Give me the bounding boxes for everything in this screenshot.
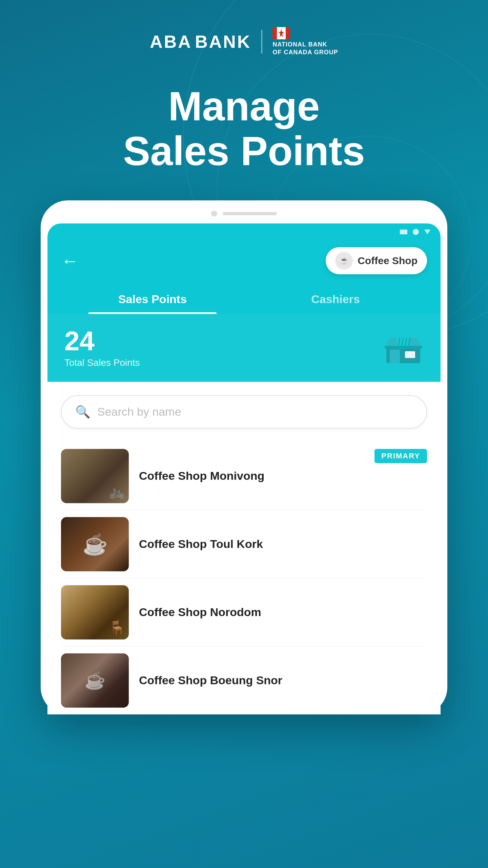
tab-sales-points[interactable]: Sales Points (61, 284, 244, 314)
back-button[interactable]: ← (61, 252, 79, 270)
battery-icon (413, 229, 419, 235)
phone-screen: ← ☕ Coffee Shop Sales Points Cashiers (47, 223, 441, 714)
item-image-norodom (61, 585, 129, 639)
item-image-boeung-snor (61, 653, 129, 708)
list-item[interactable]: Coffee Shop Monivong PRIMARY (61, 442, 427, 510)
phone-mockup: ← ☕ Coffee Shop Sales Points Cashiers (41, 200, 447, 714)
national-bank-logo: NATIONAL BANKOF CANADA GROUP (272, 27, 338, 57)
item-name-boeung-snor: Coffee Shop Boeung Snor (139, 674, 427, 687)
item-name-monivong: Coffee Shop Monivong (139, 469, 427, 482)
tabs-container: Sales Points Cashiers (61, 284, 427, 314)
sales-points-list: Coffee Shop Monivong PRIMARY Coffee Shop… (61, 442, 427, 714)
stats-info: 24 Total Sales Points (64, 328, 140, 368)
stats-card: 24 Total Sales Points (47, 314, 441, 382)
hero-title: Manage Sales Points (0, 63, 488, 200)
stats-label: Total Sales Points (64, 357, 140, 368)
svg-rect-5 (405, 351, 415, 358)
signal-icon (400, 230, 407, 234)
item-name-norodom: Coffee Shop Norodom (139, 606, 427, 619)
header: ABA'BANK NATIONAL BANKOF CANADA GROUP (0, 0, 488, 63)
content-area: 🔍 Search by name Coffee Shop Monivong PR… (47, 382, 441, 714)
red-dot: ' (192, 36, 195, 43)
store-icon (383, 331, 424, 365)
tab-cashiers[interactable]: Cashiers (244, 284, 427, 314)
item-image-monivong (61, 449, 129, 503)
logo-divider (261, 30, 262, 54)
national-bank-text: NATIONAL BANKOF CANADA GROUP (272, 41, 338, 57)
aba-logo: ABA'BANK (150, 32, 251, 52)
status-bar (47, 223, 441, 240)
canada-flag-icon (272, 27, 290, 39)
search-bar[interactable]: 🔍 Search by name (61, 395, 427, 429)
hero-title-line2: Sales Points (27, 129, 461, 173)
list-item[interactable]: Coffee Shop Norodom (61, 578, 427, 647)
app-header-top: ← ☕ Coffee Shop (61, 247, 427, 274)
svg-rect-8 (385, 346, 422, 349)
item-name-toul-kork: Coffee Shop Toul Kork (139, 537, 427, 551)
stats-number: 24 (64, 328, 140, 355)
shop-badge-name: Coffee Shop (358, 255, 418, 267)
aba-text: ABA (150, 32, 192, 52)
bank-text: BANK (195, 32, 251, 52)
list-item[interactable]: Coffee Shop Toul Kork (61, 510, 427, 578)
hero-title-line1: Manage (27, 84, 461, 129)
phone-top-bar (47, 211, 441, 223)
app-header: ← ☕ Coffee Shop Sales Points Cashiers (47, 240, 441, 314)
svg-rect-4 (390, 350, 400, 363)
search-icon: 🔍 (75, 405, 90, 419)
search-placeholder: Search by name (97, 405, 413, 418)
primary-badge: PRIMARY (374, 449, 427, 463)
phone-wrapper: ← ☕ Coffee Shop Sales Points Cashiers (0, 200, 488, 714)
list-item[interactable]: Coffee Shop Boeung Snor (61, 647, 427, 714)
shop-logo-icon: ☕ (335, 252, 353, 270)
item-image-toul-kork (61, 517, 129, 571)
wifi-icon (424, 230, 430, 234)
shop-badge[interactable]: ☕ Coffee Shop (326, 247, 427, 274)
phone-dot-inactive (211, 211, 217, 217)
phone-pill (223, 212, 277, 215)
